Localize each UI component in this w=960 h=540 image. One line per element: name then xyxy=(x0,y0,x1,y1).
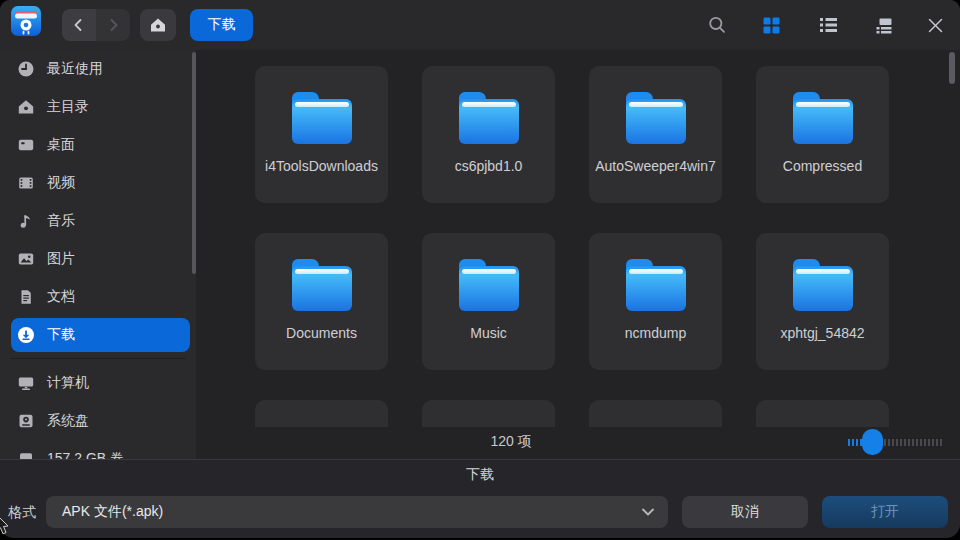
folder-card[interactable]: AutoSweeper4win7 xyxy=(589,66,722,203)
folder-card[interactable]: Music xyxy=(422,233,555,370)
sidebar-item-label: 下载 xyxy=(47,326,75,344)
volume-drive-icon xyxy=(17,450,35,459)
folder-icon xyxy=(459,92,519,144)
desktop-icon xyxy=(17,136,35,154)
detail-view-button[interactable] xyxy=(872,13,896,37)
folder-card-partial[interactable] xyxy=(756,400,889,427)
sidebar-item-label: 计算机 xyxy=(47,374,89,392)
folder-icon xyxy=(626,92,686,144)
nav-button-group xyxy=(62,9,130,41)
sidebar-item-downloads[interactable]: 下载 xyxy=(0,316,196,354)
sidebar-item-home[interactable]: 主目录 xyxy=(0,88,196,126)
item-count-label: 120 项 xyxy=(490,433,531,451)
dialog-footer: 下载 格式 APK 文件(*.apk) 取消 打开 xyxy=(0,459,960,538)
sidebar-item-desktop[interactable]: 桌面 xyxy=(0,126,196,164)
forward-button[interactable] xyxy=(96,9,130,41)
file-grid-area: i4ToolsDownloads cs6pjbd1.0 AutoSweeper4… xyxy=(196,50,960,459)
sidebar-item-label: 图片 xyxy=(47,250,75,268)
download-icon xyxy=(17,326,35,344)
chevron-right-icon xyxy=(104,16,122,34)
folder-card-partial[interactable] xyxy=(255,400,388,427)
sidebar-item-documents[interactable]: 文档 xyxy=(0,278,196,316)
folder-name: xphtgj_54842 xyxy=(756,323,889,343)
computer-icon xyxy=(17,374,35,392)
zoom-slider-thumb[interactable] xyxy=(862,429,883,455)
format-label: 格式 xyxy=(8,496,36,528)
folder-card[interactable]: cs6pjbd1.0 xyxy=(422,66,555,203)
open-button[interactable]: 打开 xyxy=(822,496,948,528)
sidebar-item-label: 文档 xyxy=(47,288,75,306)
mouse-cursor xyxy=(0,516,11,540)
folder-card[interactable]: xphtgj_54842 xyxy=(756,233,889,370)
home-icon xyxy=(17,98,35,116)
document-icon xyxy=(17,288,35,306)
folder-grid: i4ToolsDownloads cs6pjbd1.0 AutoSweeper4… xyxy=(196,50,960,427)
sidebar-item-computer[interactable]: 计算机 xyxy=(0,364,196,402)
close-icon xyxy=(928,18,943,33)
content-scrollbar[interactable] xyxy=(949,52,955,84)
sidebar-item-label: 视频 xyxy=(47,174,75,192)
folder-card[interactable]: Compressed xyxy=(756,66,889,203)
clock-icon xyxy=(17,60,35,78)
sidebar-item-recent[interactable]: 最近使用 xyxy=(0,50,196,88)
grid-view-icon xyxy=(763,17,780,34)
sidebar-item-pictures[interactable]: 图片 xyxy=(0,240,196,278)
sidebar-item-label: 主目录 xyxy=(47,98,89,116)
list-view-icon xyxy=(820,17,837,33)
list-view-button[interactable] xyxy=(816,13,840,37)
cancel-button[interactable]: 取消 xyxy=(682,496,808,528)
sidebar-item-videos[interactable]: 视频 xyxy=(0,164,196,202)
search-button[interactable] xyxy=(705,13,729,37)
format-combobox[interactable]: APK 文件(*.apk) xyxy=(46,496,668,528)
sidebar-item-system-disk[interactable]: 系统盘 xyxy=(0,402,196,440)
chevron-left-icon xyxy=(70,16,88,34)
folder-card[interactable]: i4ToolsDownloads xyxy=(255,66,388,203)
folder-icon xyxy=(459,259,519,311)
sidebar-item-label: 157.2 GB 卷 xyxy=(47,450,124,459)
folder-card-partial[interactable] xyxy=(589,400,722,427)
format-combobox-value: APK 文件(*.apk) xyxy=(62,503,642,521)
folder-icon xyxy=(292,92,352,144)
back-button[interactable] xyxy=(62,9,96,41)
sidebar-selection-highlight xyxy=(11,318,190,352)
folder-name: i4ToolsDownloads xyxy=(255,156,388,176)
folder-card-partial[interactable] xyxy=(422,400,555,427)
breadcrumb-downloads[interactable]: 下载 xyxy=(190,9,253,41)
status-bar: 120 项 xyxy=(196,426,960,459)
folder-name: Documents xyxy=(255,323,388,343)
folder-icon xyxy=(626,259,686,311)
zoom-slider-ticks xyxy=(884,439,942,446)
folder-card[interactable]: Documents xyxy=(255,233,388,370)
music-note-icon xyxy=(17,212,35,230)
search-icon xyxy=(707,15,727,35)
grid-view-button[interactable] xyxy=(759,13,783,37)
file-manager-app-icon xyxy=(10,5,42,37)
zoom-slider-ticks-active xyxy=(848,439,862,446)
titlebar: 下载 xyxy=(0,0,960,50)
folder-name: Music xyxy=(422,323,555,343)
file-dialog-window: 下载 xyxy=(0,0,960,538)
folder-name: Compressed xyxy=(756,156,889,176)
sidebar-item-label: 最近使用 xyxy=(47,60,103,78)
dialog-title: 下载 xyxy=(0,466,960,484)
chevron-down-icon xyxy=(642,508,654,516)
folder-name: cs6pjbd1.0 xyxy=(422,156,555,176)
film-icon xyxy=(17,174,35,192)
detail-view-icon xyxy=(876,17,893,34)
system-disk-icon xyxy=(17,412,35,430)
folder-card[interactable]: ncmdump xyxy=(589,233,722,370)
sidebar-item-label: 音乐 xyxy=(47,212,75,230)
home-icon xyxy=(149,16,167,34)
folder-name: ncmdump xyxy=(589,323,722,343)
folder-name: AutoSweeper4win7 xyxy=(589,156,722,176)
folder-icon xyxy=(292,259,352,311)
home-button[interactable] xyxy=(140,9,176,41)
sidebar-item-label: 系统盘 xyxy=(47,412,89,430)
close-button[interactable] xyxy=(923,13,947,37)
sidebar-separator xyxy=(10,358,186,359)
folder-icon xyxy=(793,92,853,144)
folder-icon xyxy=(793,259,853,311)
sidebar-item-volume[interactable]: 157.2 GB 卷 xyxy=(0,440,196,459)
sidebar-item-music[interactable]: 音乐 xyxy=(0,202,196,240)
sidebar-item-label: 桌面 xyxy=(47,136,75,154)
